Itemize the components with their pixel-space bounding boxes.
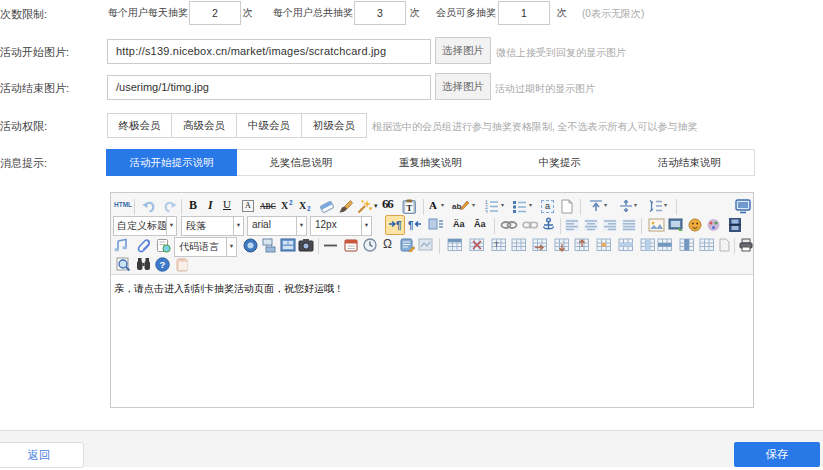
- svg-text:T: T: [406, 203, 412, 213]
- svg-text:¶: ¶: [396, 220, 402, 231]
- svg-text:¶: ¶: [408, 220, 414, 231]
- svg-text:?: ?: [160, 259, 166, 270]
- svg-text:T: T: [494, 240, 499, 249]
- svg-text:3: 3: [485, 209, 488, 213]
